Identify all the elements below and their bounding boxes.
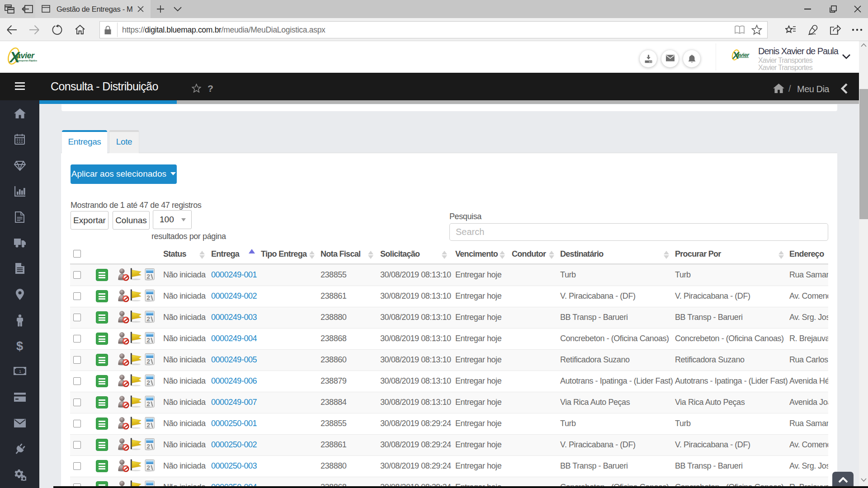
svg-text:2: 2 bbox=[146, 443, 150, 450]
svg-text:avier: avier bbox=[16, 51, 35, 60]
svg-text:2: 2 bbox=[146, 273, 150, 280]
svg-text:2: 2 bbox=[146, 400, 150, 408]
svg-text:Transportes Rápidos: Transportes Rápidos bbox=[17, 60, 38, 62]
svg-text:avier: avier bbox=[737, 52, 750, 58]
svg-text:2: 2 bbox=[146, 422, 150, 429]
svg-text:2: 2 bbox=[146, 379, 150, 386]
svg-text:1: 1 bbox=[19, 369, 21, 374]
svg-text:2: 2 bbox=[146, 358, 150, 365]
svg-text:2: 2 bbox=[146, 337, 150, 344]
svg-text:2: 2 bbox=[146, 294, 150, 301]
svg-text:2: 2 bbox=[146, 464, 150, 471]
svg-text:$: $ bbox=[16, 340, 23, 352]
svg-text:2: 2 bbox=[146, 315, 150, 323]
